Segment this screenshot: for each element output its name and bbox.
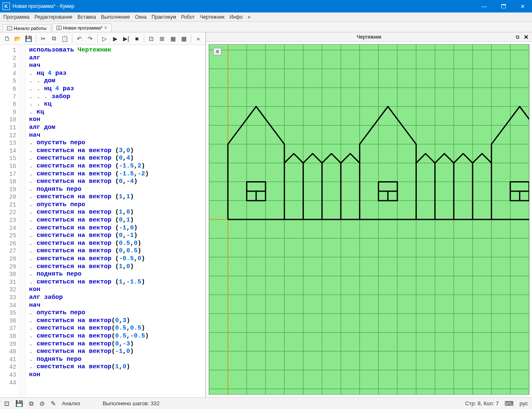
code-editor[interactable]: 1 2 3 4 5 6 7 8 9 10 11 12 13 14 15 16 1… — [0, 45, 205, 397]
paste-button[interactable]: 📋 — [60, 34, 69, 43]
run-fast-button[interactable]: ▶ — [111, 34, 120, 43]
menu-8[interactable]: Инфо — [229, 14, 243, 20]
code-line: . сместиться на вектор(0,-3) — [29, 340, 202, 348]
code-line: . опустить перо — [29, 201, 202, 209]
drawer-header: Чертежник ⧉ ✕ — [206, 32, 532, 42]
status-steps: Выполнено шагов: 332 — [103, 400, 160, 407]
code-line: нач — [29, 302, 202, 310]
menu-2[interactable]: Вставка — [77, 14, 96, 20]
status-cursor: Стр: 8, Кол: 7 — [465, 400, 499, 407]
code-line: . сместиться на вектор (-0.5,0) — [29, 255, 202, 263]
copy-button[interactable]: ⧉ — [49, 34, 59, 43]
code-line: . сместиться на вектор (-1.5,2) — [29, 163, 202, 170]
code-line: кон — [29, 116, 202, 124]
toggle-2-button[interactable]: ⊞ — [158, 34, 167, 43]
code-line: . опустить перо — [29, 139, 202, 147]
code-line: . сместиться на вектор (0,1) — [29, 217, 202, 224]
code-line: алг забор — [29, 294, 202, 302]
code-line: . . нц 4 раз — [29, 85, 202, 93]
code-area[interactable]: использовать Чертежникалгнач. нц 4 раз. … — [26, 45, 205, 397]
close-button[interactable]: ✕ — [513, 0, 532, 12]
cut-button[interactable]: ✂ — [39, 34, 48, 43]
titlebar: K Новая программа* - Кумир — 🗖 ✕ — [0, 0, 532, 12]
fold-gutter — [19, 45, 26, 397]
maximize-button[interactable]: 🗖 — [494, 0, 513, 12]
code-line: . поднять перо — [29, 356, 202, 364]
status-icon-3[interactable]: ⧉ — [29, 400, 34, 407]
menu-4[interactable]: Окна — [135, 14, 147, 20]
tab-program[interactable]: 1 Новая программа* × — [52, 23, 112, 32]
window-title: Новая программа* - Кумир — [12, 3, 475, 9]
code-line: . сместиться на вектор (1,1) — [29, 193, 202, 201]
line-gutter: 1 2 3 4 5 6 7 8 9 10 11 12 13 14 15 16 1… — [0, 45, 19, 397]
menu-6[interactable]: Робот — [181, 14, 195, 20]
tab-start[interactable]: ~ Начало работы — [2, 24, 51, 32]
code-line: . сместиться на вектор(0,3) — [29, 317, 202, 325]
toggle-4-button[interactable]: ▩ — [179, 34, 188, 43]
code-line: . сместиться на вектор (0.5,0) — [29, 240, 202, 248]
drawer-panel: Чертежник ⧉ ✕ ≡ — [206, 32, 532, 397]
code-line: . сместиться на вектор(-1,0) — [29, 348, 202, 356]
code-line: . сместиться на вектор (0,0.5) — [29, 247, 202, 255]
undo-button[interactable]: ↶ — [75, 34, 84, 43]
menu-1[interactable]: Редактирование — [34, 14, 72, 20]
code-line: . сместиться на вектор(0.5,-0.5) — [29, 333, 202, 340]
code-line: . поднять перо — [29, 186, 202, 194]
drawer-close-icon[interactable]: ✕ — [524, 34, 529, 40]
tab-program-label: Новая программа* — [63, 25, 103, 30]
code-line: кон — [29, 371, 202, 379]
menu-0[interactable]: Программа — [3, 14, 30, 20]
menu-3[interactable]: Выполнение — [101, 14, 130, 20]
menu-5[interactable]: Практикум — [152, 14, 176, 20]
new-file-button[interactable]: 🗋 — [2, 34, 12, 43]
menu-9[interactable]: » — [248, 14, 251, 20]
tab-start-icon: ~ — [7, 26, 12, 30]
status-analysis: Анализ — [62, 400, 80, 407]
drawing-svg — [209, 44, 529, 394]
menubar: ПрограммаРедактированиеВставкаВыполнение… — [0, 12, 532, 22]
toggle-3-button[interactable]: ▦ — [168, 34, 177, 43]
menu-7[interactable]: Чертежник — [200, 14, 225, 20]
status-icon-4[interactable]: ⊘ — [39, 400, 45, 407]
editor-panel: 🗋 📂 💾 ✂ ⧉ 📋 ↶ ↷ ▷ ▶ ▶| ■ ⊡ ⊞ ▦ ▩ » 1 2 3… — [0, 32, 206, 397]
code-line: . сместиться на вектор (0,4) — [29, 155, 202, 163]
code-line: кон — [29, 286, 202, 294]
statusbar: ⊡ 💾 ⧉ ⊘ ✎ Анализ Выполнено шагов: 332 Ст… — [0, 397, 532, 409]
status-icon-2[interactable]: 💾 — [15, 400, 23, 407]
code-line: . сместиться на вектор (-1,0) — [29, 224, 202, 232]
tab-close-icon[interactable]: × — [104, 25, 107, 31]
status-icon-5[interactable]: ✎ — [51, 400, 56, 407]
open-file-button[interactable]: 📂 — [13, 34, 22, 43]
more-button[interactable]: » — [194, 34, 203, 43]
code-line: нач — [29, 62, 202, 70]
code-line: . сместиться на вектор (1,0) — [29, 263, 202, 271]
code-line: . нц 4 раз — [29, 70, 202, 78]
code-line: нач — [29, 132, 202, 140]
code-line: . кц — [29, 108, 202, 116]
drawing-canvas[interactable]: ≡ — [209, 44, 530, 395]
code-line: алг — [29, 54, 202, 62]
status-icon-1[interactable]: ⊡ — [4, 400, 10, 407]
save-file-button[interactable]: 💾 — [24, 34, 33, 43]
minimize-button[interactable]: — — [475, 0, 494, 12]
run-step-button[interactable]: ▶| — [121, 34, 131, 43]
status-lang: рус — [520, 400, 528, 407]
stop-button[interactable]: ■ — [132, 34, 141, 43]
code-line: использовать Чертежник — [29, 47, 202, 54]
toggle-1-button[interactable]: ⊡ — [147, 34, 156, 43]
tab-program-icon: 1 — [57, 26, 62, 30]
code-line: . сместиться на вектор (1,-1.5) — [29, 278, 202, 286]
code-line: . поднять перо — [29, 271, 202, 278]
code-line: . сместиться на вектор (3,0) — [29, 147, 202, 155]
code-line: . сместиться на вектор(1,0) — [29, 363, 202, 371]
code-line: . . . забор — [29, 93, 202, 101]
code-line: . сместиться на вектор (0,-1) — [29, 232, 202, 240]
editor-toolbar: 🗋 📂 💾 ✂ ⧉ 📋 ↶ ↷ ▷ ▶ ▶| ■ ⊡ ⊞ ▦ ▩ » — [0, 32, 205, 45]
run-button[interactable]: ▷ — [100, 34, 109, 43]
popout-icon[interactable]: ⧉ — [516, 34, 520, 40]
code-line: . . кц — [29, 101, 202, 108]
status-keyboard-icon[interactable]: ⌨ — [505, 400, 514, 407]
drawer-title: Чертежник — [357, 34, 382, 40]
redo-button[interactable]: ↷ — [86, 34, 95, 43]
canvas-menu-button[interactable]: ≡ — [213, 48, 222, 55]
